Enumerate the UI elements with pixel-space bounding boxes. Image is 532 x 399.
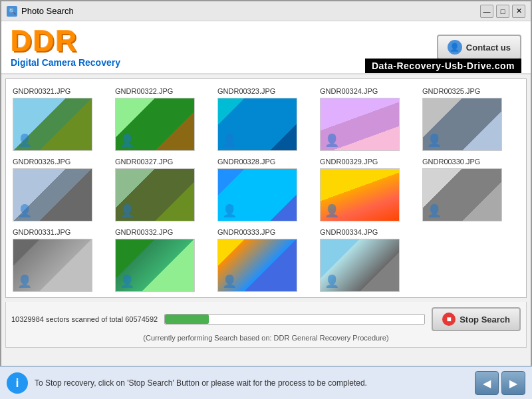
grid-item-name: GNDR00327.JPG	[115, 158, 173, 166]
thumbnail[interactable]	[320, 239, 400, 292]
grid-item-name: GNDR00326.JPG	[13, 158, 70, 166]
thumbnail[interactable]	[13, 98, 92, 151]
contact-button[interactable]: 👤 Contact us	[437, 35, 521, 60]
progress-row: 10329984 sectors scanned of total 605745…	[11, 307, 521, 331]
app-icon: 🔍	[7, 6, 17, 17]
contact-label: Contact us	[466, 43, 511, 53]
grid-item-name: GNDR00321.JPG	[13, 87, 70, 95]
stop-search-button[interactable]: ■ Stop Search	[432, 307, 521, 331]
status-text: (Currently performing Search based on: D…	[11, 334, 521, 342]
grid-item-name: GNDR00322.JPG	[115, 87, 173, 95]
grid-item[interactable]: GNDR00334.JPG	[317, 224, 420, 295]
thumbnail[interactable]	[217, 168, 297, 221]
grid-item[interactable]: GNDR00323.JPG	[215, 83, 317, 154]
grid-item[interactable]: GNDR00329.JPG	[317, 154, 420, 224]
progress-bar-fill	[165, 315, 209, 324]
thumbnail[interactable]	[115, 98, 195, 151]
nav-buttons: ◀ ▶	[475, 371, 525, 395]
grid-item[interactable]: GNDR00333.JPG	[215, 224, 317, 295]
grid-item[interactable]: GNDR00327.JPG	[112, 154, 215, 224]
website-banner: Data-Recovery-Usb-Drive.com	[365, 59, 521, 73]
thumbnail[interactable]	[217, 98, 297, 151]
progress-area: 10329984 sectors scanned of total 605745…	[5, 302, 527, 348]
header: DDR Digital Camera Recovery 👤 Contact us…	[1, 21, 531, 74]
thumbnail[interactable]	[217, 239, 297, 292]
maximize-button[interactable]: □	[496, 5, 509, 18]
grid-item[interactable]: GNDR00322.JPG	[112, 83, 215, 154]
grid-item-name: GNDR00333.JPG	[217, 228, 275, 236]
back-button[interactable]: ◀	[475, 371, 499, 395]
thumbnail[interactable]	[13, 168, 92, 221]
grid-item[interactable]: GNDR00330.JPG	[420, 154, 522, 224]
grid-item-name: GNDR00331.JPG	[13, 228, 70, 236]
grid-item[interactable]: GNDR00328.JPG	[215, 154, 317, 224]
thumbnail[interactable]	[422, 168, 502, 221]
grid-item-name: GNDR00332.JPG	[115, 228, 173, 236]
bottom-bar: i To Stop recovery, click on 'Stop Searc…	[0, 366, 532, 399]
thumbnail[interactable]	[115, 168, 195, 221]
stop-icon: ■	[442, 313, 456, 326]
thumbnail[interactable]	[115, 239, 195, 292]
grid-item[interactable]: GNDR00326.JPG	[10, 154, 112, 224]
grid-item-name: GNDR00328.JPG	[217, 158, 275, 166]
info-icon: i	[7, 372, 28, 394]
image-grid: GNDR00321.JPG GNDR00322.JPG GNDR00323.JP…	[6, 79, 526, 298]
progress-bar-container	[164, 314, 425, 325]
header-subtitle: Digital Camera Recovery	[11, 57, 120, 68]
close-button[interactable]: ✕	[512, 5, 525, 18]
scanned-text: 10329984 sectors scanned of total 605745…	[11, 315, 158, 323]
stop-search-label: Stop Search	[460, 315, 510, 325]
title-bar: 🔍 Photo Search — □ ✕	[1, 1, 531, 21]
bottom-message: To Stop recovery, click on 'Stop Search'…	[35, 378, 468, 388]
grid-item-name: GNDR00329.JPG	[320, 158, 378, 166]
grid-item-name: GNDR00334.JPG	[320, 228, 378, 236]
header-branding: DDR Digital Camera Recovery	[11, 27, 120, 68]
grid-item[interactable]: GNDR00332.JPG	[112, 224, 215, 295]
window-title: Photo Search	[21, 6, 74, 16]
grid-item[interactable]: GNDR00324.JPG	[317, 83, 420, 154]
thumbnail[interactable]	[320, 168, 400, 221]
grid-item-name: GNDR00325.JPG	[422, 87, 480, 95]
thumbnail[interactable]	[422, 98, 502, 151]
grid-item-name: GNDR00323.JPG	[217, 87, 275, 95]
grid-item[interactable]: GNDR00331.JPG	[10, 224, 112, 295]
ddr-logo: DDR	[11, 27, 120, 56]
title-bar-left: 🔍 Photo Search	[7, 6, 74, 17]
grid-item[interactable]: GNDR00325.JPG	[420, 83, 522, 154]
forward-button[interactable]: ▶	[501, 371, 525, 395]
contact-icon: 👤	[448, 40, 462, 55]
thumbnail[interactable]	[13, 239, 92, 292]
minimize-button[interactable]: —	[480, 5, 493, 18]
grid-item-name: GNDR00330.JPG	[422, 158, 480, 166]
thumbnail[interactable]	[320, 98, 400, 151]
image-grid-container[interactable]: GNDR00321.JPG GNDR00322.JPG GNDR00323.JP…	[5, 78, 527, 298]
grid-item[interactable]: GNDR00321.JPG	[10, 83, 112, 154]
title-bar-controls: — □ ✕	[480, 5, 525, 18]
grid-item-name: GNDR00324.JPG	[320, 87, 378, 95]
